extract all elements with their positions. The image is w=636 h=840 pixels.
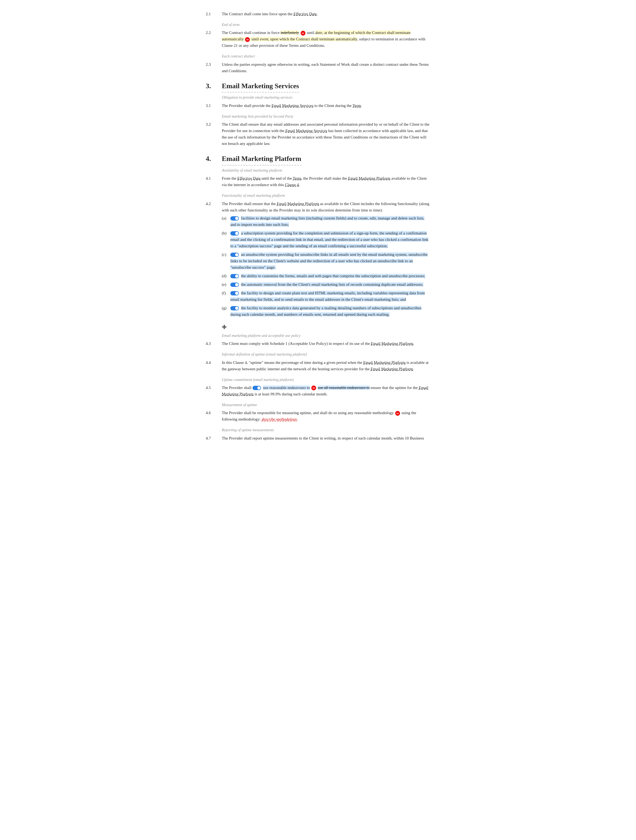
- clause-3-1: 3.1 The Provider shall provide the Email…: [206, 103, 430, 109]
- list-item-4-2-b: (b) a subscription system providing for …: [222, 230, 430, 249]
- highlight-2-2c: , upon which the Contract shall terminat…: [268, 37, 357, 41]
- clause-2-2: 2.2 The Contract shall continue in force…: [206, 29, 430, 49]
- subsection-label-uptime-commit: Uptime commitment (email marketing platf…: [222, 377, 430, 383]
- highlight-4-5-a: use reasonable endeavours to: [263, 385, 310, 390]
- highlight-4-2-g: the facility to monitor analytics data g…: [230, 306, 422, 317]
- toggle-4-2-c[interactable]: [230, 253, 239, 257]
- clause-number-3-2: 3.2: [206, 121, 222, 128]
- highlight-4-2-f: the facility to design and create plain …: [230, 291, 425, 302]
- list-text-4-2-d: the ability to customise the forms, emai…: [230, 273, 430, 279]
- term-ems-3-2: Email Marketing Services: [285, 129, 327, 133]
- clause-number-4-6: 4.6: [206, 410, 222, 416]
- toggle-4-2-f[interactable]: [230, 291, 239, 295]
- toggle-4-5[interactable]: [252, 386, 261, 390]
- clause-number-4-5: 4.5: [206, 384, 222, 391]
- document-body: 2.1 The Contract shall come into force u…: [206, 11, 430, 441]
- toggle-4-2-e[interactable]: [230, 283, 239, 287]
- word-event: event: [260, 37, 268, 41]
- term-effective-date-4-1: Effective Date: [237, 176, 261, 180]
- highlight-4-2-d: the ability to customise the forms, emai…: [241, 274, 425, 278]
- list-text-4-2-f: the facility to design and create plain …: [230, 290, 430, 303]
- or-badge-4-6: or: [395, 411, 400, 416]
- list-text-4-2-b: a subscription system providing for the …: [230, 230, 430, 249]
- section-4-number: 4.: [206, 153, 222, 164]
- clause-4-3: 4.3 The Client must comply with Schedule…: [206, 340, 430, 347]
- clause-number-4-2: 4.2: [206, 201, 222, 207]
- subsection-label-measurement: Measurement of uptime: [222, 402, 430, 408]
- toggle-4-2-a[interactable]: [230, 216, 239, 221]
- clause-number-2-1: 2.1: [206, 11, 222, 17]
- toggle-4-2-g[interactable]: [230, 306, 239, 310]
- highlight-2-2b: until: [250, 37, 260, 41]
- list-text-4-2-g: the facility to monitor analytics data g…: [230, 305, 430, 317]
- clause-number-4-1: 4.1: [206, 175, 222, 182]
- toggle-4-2-b[interactable]: [230, 231, 239, 235]
- term-term-3-1: Term: [353, 103, 361, 108]
- list-label-4-2-e: (e): [222, 281, 230, 288]
- clause-text-4-6: The Provider shall be responsible for me…: [222, 410, 430, 422]
- highlight-4-2-c: an unsubscribe system providing for unsu…: [230, 253, 428, 270]
- clause-text-4-5: The Provider shall use reasonable endeav…: [222, 384, 430, 397]
- clause-text-2-3: Unless the parties expressly agree other…: [222, 61, 430, 74]
- toggle-4-2-d[interactable]: [230, 274, 239, 278]
- section-3-heading: 3. Email Marketing Services: [206, 81, 430, 93]
- or-badge-1: or: [301, 31, 305, 36]
- clause-4-5: 4.5 The Provider shall use reasonable en…: [206, 384, 430, 397]
- list-label-4-2-b: (b): [222, 230, 230, 236]
- subsection-label-lists: Email marketing lists provided by Second…: [222, 114, 430, 120]
- list-text-4-2-e: the automatic removal from the the Clien…: [230, 281, 430, 288]
- list-text-4-2-c: an unsubscribe system providing for unsu…: [230, 251, 430, 270]
- list-item-4-2-d: (d) the ability to customise the forms, …: [222, 273, 430, 279]
- clause-text-3-2: The Client shall ensure that any email a…: [222, 121, 430, 147]
- subsection-label-end-of-term: End of term: [222, 22, 430, 28]
- section-3-title: Email Marketing Services: [222, 81, 299, 93]
- list-label-4-2-g: (g): [222, 305, 230, 311]
- term-emp-4-4b: Email Marketing Platform: [371, 367, 413, 371]
- clause-number-4-4: 4.4: [206, 359, 222, 366]
- term-email-marketing-services-3-1: Email Marketing Services: [271, 103, 313, 108]
- clause-2-3: 2.3 Unless the parties expressly agree o…: [206, 61, 430, 74]
- word-indefinitely: indefinitely: [280, 30, 299, 35]
- list-item-4-2-g: (g) the facility to monitor analytics da…: [222, 305, 430, 317]
- list-item-4-2-f: (f) the facility to design and create pl…: [222, 290, 430, 303]
- section-3-number: 3.: [206, 81, 222, 92]
- subsection-label-reporting: Reporting of uptime measurements: [222, 427, 430, 433]
- clause-text-3-1: The Provider shall provide the Email Mar…: [222, 103, 430, 109]
- clause-text-4-3: The Client must comply with Schedule 1 (…: [222, 340, 430, 347]
- clause-text-2-1: The Contract shall come into force upon …: [222, 11, 430, 17]
- clause-text-4-4: In this Clause 4, "uptime" means the per…: [222, 359, 430, 372]
- or-badge-2: or: [245, 37, 250, 42]
- clause-4-6: 4.6 The Provider shall be responsible fo…: [206, 410, 430, 422]
- subsection-label-uptime-def: Informal definition of uptime (email mar…: [222, 352, 430, 357]
- clause-number-4-3: 4.3: [206, 340, 222, 347]
- clause-4-2-list: (a) facilities to design email marketing…: [222, 215, 430, 317]
- highlight-4-2-a: facilities to design email marketing lis…: [230, 216, 424, 227]
- list-label-4-2-f: (f): [222, 290, 230, 296]
- clause-3-2: 3.2 The Client shall ensure that any ema…: [206, 121, 430, 147]
- clause-4-1: 4.1 From the Effective Date until the en…: [206, 175, 430, 188]
- term-emp-4-2: Email Marketing Platform: [277, 202, 319, 206]
- list-label-4-2-a: (a): [222, 215, 230, 221]
- term-emp-4-1: Email Marketing Platform: [348, 176, 390, 180]
- clause-4-7: 4.7 The Provider shall report uptime mea…: [206, 435, 430, 441]
- clause-text-4-1: From the Effective Date until the end of…: [222, 175, 430, 188]
- clause-number-4-7: 4.7: [206, 435, 222, 441]
- section-4-heading: 4. Email Marketing Platform: [206, 153, 430, 166]
- word-date: date: [315, 30, 322, 35]
- term-emp-4-3: Email Marketing Platform: [371, 341, 413, 346]
- highlight-4-2-b: a subscription system providing for the …: [230, 231, 428, 248]
- list-label-4-2-c: (c): [222, 251, 230, 258]
- highlight-4-2-e: the automatic removal from the the Clien…: [241, 282, 423, 287]
- subsection-label-obligation: Obligation to provide email marketing se…: [222, 95, 430, 101]
- clause-4-2: 4.2 The Provider shall ensure that the E…: [206, 201, 430, 317]
- clause-2-1: 2.1 The Contract shall come into force u…: [206, 11, 430, 17]
- clause-number-3-1: 3.1: [206, 103, 222, 109]
- list-item-4-2-a: (a) facilities to design email marketing…: [222, 215, 430, 228]
- clause-number-2-3: 2.3: [206, 61, 222, 68]
- list-item-4-2-e: (e) the automatic removal from the the C…: [222, 281, 430, 288]
- add-item-icon[interactable]: ✚: [222, 322, 430, 332]
- placeholder-methodology: describe methodology: [261, 417, 297, 422]
- subsection-label-availability: Availability of email marketing platform: [222, 167, 430, 174]
- clause-text-2-2: The Contract shall continue in force ind…: [222, 29, 430, 49]
- or-badge-4-5: or: [311, 385, 316, 390]
